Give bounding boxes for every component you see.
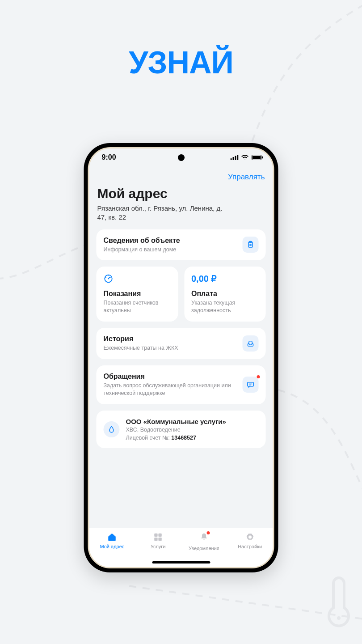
svg-rect-4 [237,155,239,160]
notification-dot [206,531,210,534]
card-subtitle: Информация о вашем доме [104,246,243,254]
top-actions: Управлять [97,166,266,184]
readings-card[interactable]: Показания Показания счетчиков актуальны [97,267,178,322]
home-indicator [152,561,210,564]
thermometer-icon [325,573,352,631]
wifi-icon [241,155,249,160]
drop-icon [104,421,120,437]
inbox-icon [243,335,259,352]
cellular-icon [231,155,239,160]
chat-icon [243,377,259,393]
tab-notifications[interactable]: Уведомления [181,532,227,551]
svg-rect-7 [262,157,263,159]
tab-label: Услуги [151,544,166,549]
tab-settings[interactable]: Настройки [227,532,273,549]
svg-rect-19 [154,534,157,537]
provider-account: Лицевой счет №: 13468527 [126,435,259,441]
camera-punchhole [178,154,185,161]
phone-frame: 9:00 Управлять Мой адрес Рязанская обл.,… [84,143,278,572]
screen-content: Управлять Мой адрес Рязанская обл., г. Р… [89,166,273,528]
card-title: История [104,335,243,343]
manage-button[interactable]: Управлять [228,173,265,182]
property-info-card[interactable]: Сведения об объекте Информация о вашем д… [97,229,266,261]
card-title: Обращения [104,373,243,381]
svg-rect-1 [231,158,232,160]
svg-rect-2 [233,157,234,160]
card-title: Показания [104,290,171,298]
provider-card[interactable]: ООО «Коммунальные услуги» ХВС, Водоотвед… [97,411,266,448]
grid-icon [153,532,163,542]
svg-point-13 [108,278,109,280]
home-icon [107,532,117,542]
provider-name: ООО «Коммунальные услуги» [126,418,259,425]
clipboard-icon [243,237,259,253]
card-subtitle: Показания счетчиков актуальны [104,299,171,314]
svg-rect-6 [253,156,261,159]
marketing-headline: УЗНАЙ [0,45,362,80]
svg-rect-22 [159,538,162,541]
tab-label: Настройки [238,544,262,549]
tab-label: Уведомления [189,546,219,551]
svg-rect-3 [235,156,236,161]
tab-services[interactable]: Услуги [135,532,181,549]
gauge-icon [104,274,171,284]
status-icons [231,155,263,160]
address-text: Рязанская обл., г. Рязань, ул. Ленина, д… [97,204,231,229]
payment-amount: 0,00 ₽ [191,273,217,284]
card-subtitle: Задать вопрос обслуживающей организации … [104,382,243,397]
card-title: Сведения об объекте [104,237,243,245]
decorative-dashed-line [277,389,362,501]
svg-line-16 [110,278,111,278]
svg-rect-20 [159,534,162,537]
svg-point-0 [337,616,341,620]
phone-screen: 9:00 Управлять Мой адрес Рязанская обл.,… [88,147,274,568]
payment-card[interactable]: 0,00 ₽ Оплата Указана текущая задолженно… [184,267,266,322]
tab-my-address[interactable]: Мой адрес [89,532,135,549]
battery-icon [252,155,263,160]
appeals-card[interactable]: Обращения Задать вопрос обслуживающей ор… [97,365,266,404]
tab-label: Мой адрес [100,544,124,549]
status-time: 9:00 [102,153,116,161]
gear-icon [245,532,255,542]
page-title: Мой адрес [97,184,266,204]
card-subtitle: Указана текущая задолженность [191,299,259,314]
card-title: Оплата [191,290,259,298]
card-subtitle: Ежемесячные траты на ЖКХ [104,344,243,352]
svg-rect-21 [154,538,157,541]
svg-line-15 [105,278,106,278]
notification-dot [257,375,260,378]
provider-services: ХВС, Водоотведение [126,427,259,433]
history-card[interactable]: История Ежемесячные траты на ЖКХ [97,328,266,359]
